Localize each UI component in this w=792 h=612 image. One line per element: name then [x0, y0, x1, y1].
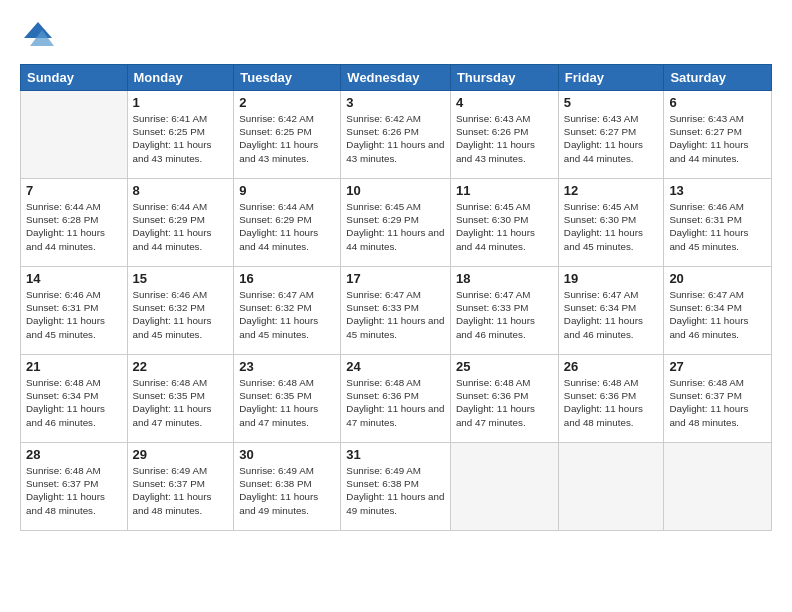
day-info: Sunrise: 6:48 AMSunset: 6:34 PMDaylight:… [26, 376, 122, 429]
calendar-cell: 12Sunrise: 6:45 AMSunset: 6:30 PMDayligh… [558, 179, 664, 267]
calendar-header-friday: Friday [558, 65, 664, 91]
day-info: Sunrise: 6:48 AMSunset: 6:35 PMDaylight:… [133, 376, 229, 429]
calendar-cell: 25Sunrise: 6:48 AMSunset: 6:36 PMDayligh… [450, 355, 558, 443]
day-number: 24 [346, 359, 445, 374]
day-number: 27 [669, 359, 766, 374]
calendar-cell: 11Sunrise: 6:45 AMSunset: 6:30 PMDayligh… [450, 179, 558, 267]
calendar-table: SundayMondayTuesdayWednesdayThursdayFrid… [20, 64, 772, 531]
day-number: 9 [239, 183, 335, 198]
calendar-cell [558, 443, 664, 531]
calendar-header-row: SundayMondayTuesdayWednesdayThursdayFrid… [21, 65, 772, 91]
day-info: Sunrise: 6:48 AMSunset: 6:36 PMDaylight:… [346, 376, 445, 429]
day-info: Sunrise: 6:46 AMSunset: 6:31 PMDaylight:… [26, 288, 122, 341]
calendar-cell [664, 443, 772, 531]
calendar-cell: 13Sunrise: 6:46 AMSunset: 6:31 PMDayligh… [664, 179, 772, 267]
day-info: Sunrise: 6:46 AMSunset: 6:31 PMDaylight:… [669, 200, 766, 253]
day-number: 31 [346, 447, 445, 462]
day-info: Sunrise: 6:49 AMSunset: 6:38 PMDaylight:… [239, 464, 335, 517]
day-number: 2 [239, 95, 335, 110]
day-info: Sunrise: 6:45 AMSunset: 6:30 PMDaylight:… [456, 200, 553, 253]
calendar-cell: 18Sunrise: 6:47 AMSunset: 6:33 PMDayligh… [450, 267, 558, 355]
calendar-cell: 21Sunrise: 6:48 AMSunset: 6:34 PMDayligh… [21, 355, 128, 443]
calendar-cell: 31Sunrise: 6:49 AMSunset: 6:38 PMDayligh… [341, 443, 451, 531]
calendar-cell: 1Sunrise: 6:41 AMSunset: 6:25 PMDaylight… [127, 91, 234, 179]
day-info: Sunrise: 6:47 AMSunset: 6:34 PMDaylight:… [669, 288, 766, 341]
day-number: 16 [239, 271, 335, 286]
day-number: 26 [564, 359, 659, 374]
day-info: Sunrise: 6:48 AMSunset: 6:35 PMDaylight:… [239, 376, 335, 429]
day-number: 3 [346, 95, 445, 110]
logo-icon [20, 18, 56, 54]
day-number: 17 [346, 271, 445, 286]
calendar-cell: 5Sunrise: 6:43 AMSunset: 6:27 PMDaylight… [558, 91, 664, 179]
calendar-cell: 24Sunrise: 6:48 AMSunset: 6:36 PMDayligh… [341, 355, 451, 443]
day-number: 4 [456, 95, 553, 110]
calendar-cell: 29Sunrise: 6:49 AMSunset: 6:37 PMDayligh… [127, 443, 234, 531]
day-info: Sunrise: 6:44 AMSunset: 6:28 PMDaylight:… [26, 200, 122, 253]
day-info: Sunrise: 6:47 AMSunset: 6:33 PMDaylight:… [456, 288, 553, 341]
calendar-header-monday: Monday [127, 65, 234, 91]
day-info: Sunrise: 6:49 AMSunset: 6:37 PMDaylight:… [133, 464, 229, 517]
calendar-cell: 23Sunrise: 6:48 AMSunset: 6:35 PMDayligh… [234, 355, 341, 443]
day-number: 13 [669, 183, 766, 198]
day-info: Sunrise: 6:41 AMSunset: 6:25 PMDaylight:… [133, 112, 229, 165]
calendar-cell: 3Sunrise: 6:42 AMSunset: 6:26 PMDaylight… [341, 91, 451, 179]
day-number: 6 [669, 95, 766, 110]
calendar-header-wednesday: Wednesday [341, 65, 451, 91]
day-info: Sunrise: 6:43 AMSunset: 6:27 PMDaylight:… [564, 112, 659, 165]
calendar-cell: 6Sunrise: 6:43 AMSunset: 6:27 PMDaylight… [664, 91, 772, 179]
calendar-cell [21, 91, 128, 179]
day-info: Sunrise: 6:44 AMSunset: 6:29 PMDaylight:… [133, 200, 229, 253]
day-number: 5 [564, 95, 659, 110]
day-info: Sunrise: 6:48 AMSunset: 6:36 PMDaylight:… [456, 376, 553, 429]
header [20, 18, 772, 54]
day-info: Sunrise: 6:44 AMSunset: 6:29 PMDaylight:… [239, 200, 335, 253]
day-info: Sunrise: 6:43 AMSunset: 6:27 PMDaylight:… [669, 112, 766, 165]
calendar-cell: 16Sunrise: 6:47 AMSunset: 6:32 PMDayligh… [234, 267, 341, 355]
calendar-header-saturday: Saturday [664, 65, 772, 91]
day-number: 21 [26, 359, 122, 374]
calendar-cell: 17Sunrise: 6:47 AMSunset: 6:33 PMDayligh… [341, 267, 451, 355]
day-number: 14 [26, 271, 122, 286]
calendar-header-tuesday: Tuesday [234, 65, 341, 91]
day-number: 29 [133, 447, 229, 462]
calendar-cell: 14Sunrise: 6:46 AMSunset: 6:31 PMDayligh… [21, 267, 128, 355]
day-info: Sunrise: 6:48 AMSunset: 6:37 PMDaylight:… [26, 464, 122, 517]
day-number: 23 [239, 359, 335, 374]
calendar-week-row: 28Sunrise: 6:48 AMSunset: 6:37 PMDayligh… [21, 443, 772, 531]
day-number: 11 [456, 183, 553, 198]
calendar-header-thursday: Thursday [450, 65, 558, 91]
calendar-week-row: 1Sunrise: 6:41 AMSunset: 6:25 PMDaylight… [21, 91, 772, 179]
day-number: 7 [26, 183, 122, 198]
logo [20, 18, 60, 54]
calendar-cell: 7Sunrise: 6:44 AMSunset: 6:28 PMDaylight… [21, 179, 128, 267]
calendar-cell: 19Sunrise: 6:47 AMSunset: 6:34 PMDayligh… [558, 267, 664, 355]
calendar-cell: 4Sunrise: 6:43 AMSunset: 6:26 PMDaylight… [450, 91, 558, 179]
calendar-cell: 8Sunrise: 6:44 AMSunset: 6:29 PMDaylight… [127, 179, 234, 267]
day-number: 19 [564, 271, 659, 286]
day-number: 12 [564, 183, 659, 198]
calendar-cell: 28Sunrise: 6:48 AMSunset: 6:37 PMDayligh… [21, 443, 128, 531]
calendar-cell: 26Sunrise: 6:48 AMSunset: 6:36 PMDayligh… [558, 355, 664, 443]
day-info: Sunrise: 6:48 AMSunset: 6:36 PMDaylight:… [564, 376, 659, 429]
day-number: 25 [456, 359, 553, 374]
day-info: Sunrise: 6:45 AMSunset: 6:30 PMDaylight:… [564, 200, 659, 253]
day-info: Sunrise: 6:45 AMSunset: 6:29 PMDaylight:… [346, 200, 445, 253]
day-info: Sunrise: 6:47 AMSunset: 6:34 PMDaylight:… [564, 288, 659, 341]
day-number: 8 [133, 183, 229, 198]
day-number: 28 [26, 447, 122, 462]
day-number: 1 [133, 95, 229, 110]
day-number: 20 [669, 271, 766, 286]
calendar-cell: 20Sunrise: 6:47 AMSunset: 6:34 PMDayligh… [664, 267, 772, 355]
calendar-cell [450, 443, 558, 531]
calendar-cell: 22Sunrise: 6:48 AMSunset: 6:35 PMDayligh… [127, 355, 234, 443]
day-info: Sunrise: 6:48 AMSunset: 6:37 PMDaylight:… [669, 376, 766, 429]
page: SundayMondayTuesdayWednesdayThursdayFrid… [0, 0, 792, 612]
day-info: Sunrise: 6:46 AMSunset: 6:32 PMDaylight:… [133, 288, 229, 341]
day-info: Sunrise: 6:49 AMSunset: 6:38 PMDaylight:… [346, 464, 445, 517]
day-info: Sunrise: 6:43 AMSunset: 6:26 PMDaylight:… [456, 112, 553, 165]
calendar-week-row: 21Sunrise: 6:48 AMSunset: 6:34 PMDayligh… [21, 355, 772, 443]
day-number: 10 [346, 183, 445, 198]
calendar-cell: 2Sunrise: 6:42 AMSunset: 6:25 PMDaylight… [234, 91, 341, 179]
calendar-cell: 30Sunrise: 6:49 AMSunset: 6:38 PMDayligh… [234, 443, 341, 531]
